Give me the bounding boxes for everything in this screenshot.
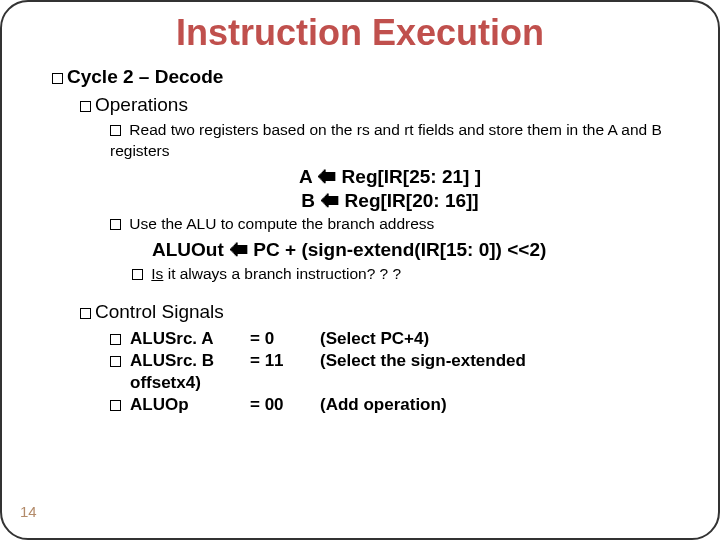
is-underlined: Is	[151, 265, 163, 282]
slide-title: Instruction Execution	[32, 12, 688, 54]
equation-a: A 🡄 Reg[IR[25: 21] ]	[92, 166, 688, 188]
control-signals-table: ALUSrc. A = 0 (Select PC+4) ALUSrc. B = …	[110, 329, 688, 415]
left-arrow-icon: 🡄	[317, 166, 336, 187]
bullet1-text: Read two registers based on the rs and r…	[110, 121, 662, 159]
equation-b: B 🡄 Reg[IR[20: 16]]	[92, 190, 688, 212]
square-bullet-icon	[110, 125, 121, 136]
cycle-heading: Cycle 2 – Decode	[52, 66, 688, 88]
table-row: ALUSrc. B = 11 (Select the sign-extended	[110, 351, 688, 371]
square-bullet-icon	[52, 73, 63, 84]
bullet-read-registers: Read two registers based on the rs and r…	[110, 120, 668, 162]
page-number: 14	[20, 503, 37, 520]
operations-heading: Operations	[80, 94, 688, 116]
aluout-right: PC + (sign-extend(IR[15: 0]) <<2)	[253, 239, 546, 260]
control-heading: Control Signals	[80, 301, 688, 323]
signal-value: = 11	[250, 351, 320, 371]
square-bullet-icon	[110, 219, 121, 230]
signal-name: ALUOp	[130, 395, 250, 415]
bullet2-text: Use the ALU to compute the branch addres…	[129, 215, 434, 232]
eqB-left: B	[301, 190, 315, 211]
is-question: Is it always a branch instruction? ? ?	[132, 265, 688, 283]
equation-aluout: ALUOut 🡄 PC + (sign-extend(IR[15: 0]) <<…	[152, 239, 688, 261]
control-label: Control Signals	[95, 301, 224, 322]
signal-value: = 0	[250, 329, 320, 349]
signal-value: = 00	[250, 395, 320, 415]
square-bullet-icon	[110, 400, 121, 411]
table-row: offsetx4)	[110, 373, 688, 393]
eqA-left: A	[299, 166, 312, 187]
eqA-right: Reg[IR[25: 21] ]	[342, 166, 481, 187]
square-bullet-icon	[110, 356, 121, 367]
is-rest: it always a branch instruction? ? ?	[163, 265, 401, 282]
square-bullet-icon	[110, 334, 121, 345]
signal-desc: (Add operation)	[320, 395, 688, 415]
left-arrow-icon: 🡄	[320, 190, 339, 211]
signal-desc: (Select PC+4)	[320, 329, 688, 349]
bullet-alu-branch: Use the ALU to compute the branch addres…	[110, 214, 668, 235]
signal-desc: (Select the sign-extended	[320, 351, 688, 371]
signal-name-cont: offsetx4)	[130, 373, 250, 393]
operations-label: Operations	[95, 94, 188, 115]
left-arrow-icon: 🡄	[229, 239, 248, 260]
square-bullet-icon	[132, 269, 143, 280]
aluout-left: ALUOut	[152, 239, 224, 260]
slide-frame: Instruction Execution Cycle 2 – Decode O…	[0, 0, 720, 540]
cycle-label: Cycle 2 – Decode	[67, 66, 223, 87]
signal-name: ALUSrc. B	[130, 351, 250, 371]
signal-name: ALUSrc. A	[130, 329, 250, 349]
eqB-right: Reg[IR[20: 16]]	[345, 190, 479, 211]
square-bullet-icon	[80, 308, 91, 319]
table-row: ALUSrc. A = 0 (Select PC+4)	[110, 329, 688, 349]
table-row: ALUOp = 00 (Add operation)	[110, 395, 688, 415]
square-bullet-icon	[80, 101, 91, 112]
